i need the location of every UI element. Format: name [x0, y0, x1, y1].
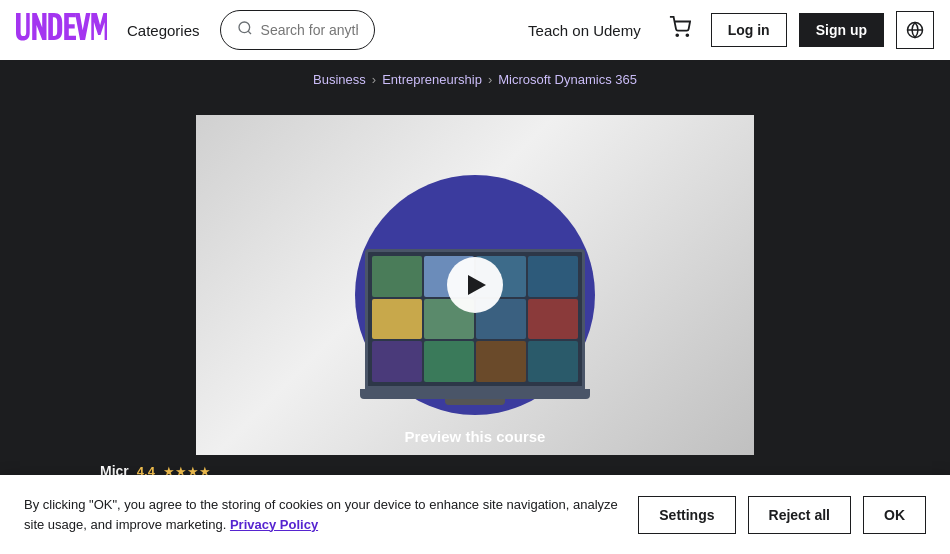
search-icon: [237, 20, 253, 40]
breadcrumb-current: Microsoft Dynamics 365: [498, 72, 637, 87]
teach-on-udemy-link[interactable]: Teach on Udemy: [520, 22, 649, 39]
search-bar: [220, 10, 375, 50]
reject-all-button[interactable]: Reject all: [748, 496, 851, 534]
settings-button[interactable]: Settings: [638, 496, 735, 534]
search-input[interactable]: [261, 22, 358, 38]
breadcrumb: Business › Entrepreneurship › Microsoft …: [0, 60, 950, 99]
breadcrumb-sep-1: ›: [372, 72, 376, 87]
screen-tile: [372, 256, 422, 297]
header: Categories Teach on Udemy Log in Sign up: [0, 0, 950, 60]
screen-tile: [424, 341, 474, 382]
cookie-banner: By clicking "OK", you agree to the stori…: [0, 475, 950, 554]
laptop-base: [360, 389, 590, 399]
play-button[interactable]: [447, 257, 503, 313]
preview-label: Preview this course: [196, 428, 754, 445]
main-content: Preview this course: [0, 99, 950, 455]
screen-tile: [528, 256, 578, 297]
privacy-policy-link[interactable]: Privacy Policy: [230, 517, 318, 532]
signup-button[interactable]: Sign up: [799, 13, 884, 47]
categories-button[interactable]: Categories: [119, 18, 208, 43]
laptop-stand: [445, 399, 505, 405]
svg-point-2: [686, 34, 688, 36]
video-preview: Preview this course: [196, 115, 754, 455]
login-button[interactable]: Log in: [711, 13, 787, 47]
play-triangle-icon: [468, 275, 486, 295]
screen-tile: [528, 341, 578, 382]
breadcrumb-business[interactable]: Business: [313, 72, 366, 87]
screen-tile: [528, 299, 578, 340]
breadcrumb-sep-2: ›: [488, 72, 492, 87]
screen-tile: [372, 341, 422, 382]
ok-button[interactable]: OK: [863, 496, 926, 534]
screen-tile: [476, 341, 526, 382]
screen-tile: [372, 299, 422, 340]
svg-point-0: [239, 22, 250, 33]
svg-point-1: [676, 34, 678, 36]
cookie-actions: Settings Reject all OK: [638, 496, 926, 534]
breadcrumb-entrepreneurship[interactable]: Entrepreneurship: [382, 72, 482, 87]
language-button[interactable]: [896, 11, 934, 49]
udemy-logo[interactable]: [16, 13, 107, 47]
cookie-text: By clicking "OK", you agree to the stori…: [24, 495, 618, 534]
cookie-text-content: By clicking "OK", you agree to the stori…: [24, 497, 618, 532]
cart-icon[interactable]: [661, 16, 699, 44]
